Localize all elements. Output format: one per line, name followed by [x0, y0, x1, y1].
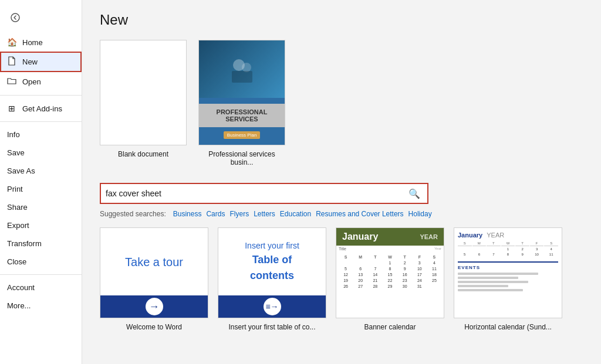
sidebar-label-save: Save [7, 148, 25, 157]
toc-line3: contents [250, 270, 294, 281]
sidebar-item-account[interactable]: Account [0, 278, 82, 297]
sidebar: 🏠 Home New Open ⊞ Get Add-ins Info Save … [0, 0, 82, 364]
prof-label: Professional services busin... [198, 150, 285, 166]
horiz-cal-events-label: EVENTS [458, 265, 558, 270]
event-line-2 [458, 277, 518, 279]
horiz-cal-events: EVENTS [458, 261, 558, 291]
template-toc[interactable]: Insert your first Table of contents ≡→ I… [218, 227, 326, 331]
svg-point-0 [11, 13, 19, 22]
horiz-cal-grid: S M T W T F S 1 2 3 4 5 [458, 241, 558, 257]
sidebar-item-addins[interactable]: ⊞ Get Add-ins [0, 99, 82, 118]
toc-text: Insert your first Table of contents [245, 240, 299, 284]
banner-cal-thumb: January YEAR TitleYear S M T W T F S [336, 227, 444, 318]
suggested-resumes[interactable]: Resumes and Cover Letters [316, 210, 403, 218]
sidebar-label-close: Close [7, 257, 26, 266]
sidebar-item-home[interactable]: 🏠 Home [0, 33, 82, 52]
event-line-1 [458, 273, 538, 275]
sidebar-label-print: Print [7, 185, 23, 193]
tour-text: Take a tour [125, 254, 183, 270]
toc-footer: ≡→ [218, 295, 326, 318]
sidebar-label-open: Open [22, 77, 41, 86]
sidebar-item-share[interactable]: Share [0, 198, 82, 216]
sidebar-label-export: Export [7, 221, 29, 230]
toc-label: Insert your first table of co... [228, 323, 315, 331]
template-horiz-cal[interactable]: January YEAR S M T W T F S 1 [454, 227, 562, 331]
sidebar-label-more: More... [7, 301, 31, 310]
sidebar-item-open[interactable]: Open [0, 72, 82, 91]
horiz-cal-thumb: January YEAR S M T W T F S 1 [454, 227, 562, 318]
sidebar-item-save-as[interactable]: Save As [0, 162, 82, 180]
toc-card-body: Insert your first Table of contents [218, 228, 326, 295]
back-button[interactable] [5, 7, 26, 28]
suggested-letters[interactable]: Letters [254, 210, 275, 218]
tour-arrow-icon: → [146, 298, 163, 315]
horiz-cal-event-lines [458, 273, 558, 291]
toc-card-bg: Insert your first Table of contents ≡→ [218, 228, 326, 318]
page-title: New [100, 12, 583, 28]
toc-line1: Insert your first [245, 241, 299, 250]
tour-footer: → [100, 295, 208, 318]
banner-cal-label: Banner calendar [364, 323, 416, 331]
tour-card-body: Take a tour [100, 228, 208, 295]
tour-label: Welcome to Word [126, 323, 182, 331]
suggested-holiday[interactable]: Holiday [408, 210, 432, 218]
banner-cal-subtitle: TitleYear [336, 246, 444, 252]
suggested-flyers[interactable]: Flyers [229, 210, 249, 218]
template-blank[interactable]: Blank document [100, 40, 187, 166]
banner-cal-grid: S M T W T F S 1 2 3 4 5 [336, 252, 444, 291]
addins-icon: ⊞ [7, 104, 16, 113]
sidebar-label-save-as: Save As [7, 166, 35, 175]
sidebar-item-export[interactable]: Export [0, 216, 82, 234]
prof-text: PROFESSIONALSERVICES [199, 104, 285, 127]
horiz-cal-year: YEAR [487, 232, 504, 239]
sidebar-label-addins: Get Add-ins [22, 104, 62, 113]
blank-thumb [100, 40, 187, 145]
prof-thumb: PROFESSIONALSERVICES Business Plan [198, 40, 285, 145]
sidebar-item-print[interactable]: Print [0, 180, 82, 198]
bottom-templates-row: Take a tour → Welcome to Word Insert you… [100, 227, 583, 331]
template-tour[interactable]: Take a tour → Welcome to Word [100, 227, 208, 331]
prof-image-area [199, 40, 285, 98]
sidebar-item-info[interactable]: Info [0, 125, 82, 144]
suggested-cards[interactable]: Cards [206, 210, 225, 218]
tour-thumb: Take a tour → [100, 227, 208, 318]
top-templates-row: Blank document PROFESSIONALSERVICES Busi… [100, 40, 583, 166]
sidebar-label-account: Account [7, 283, 35, 292]
sidebar-label-info: Info [7, 130, 20, 139]
sidebar-item-transform[interactable]: Transform [0, 234, 82, 253]
sidebar-item-close[interactable]: Close [0, 253, 82, 271]
suggested-education[interactable]: Education [280, 210, 311, 218]
sidebar-label-home: Home [22, 38, 43, 47]
svg-rect-3 [232, 71, 252, 83]
event-line-5 [458, 289, 523, 291]
sidebar-label-new: New [22, 57, 38, 66]
suggested-label: Suggested searches: [100, 210, 166, 218]
sidebar-item-new[interactable]: New [0, 52, 82, 72]
suggested-business[interactable]: Business [173, 210, 202, 218]
event-line-4 [458, 285, 508, 287]
template-prof-services[interactable]: PROFESSIONALSERVICES Business Plan Profe… [198, 40, 285, 166]
sidebar-divider-1 [0, 95, 82, 96]
toc-icon: ≡→ [264, 298, 281, 315]
template-banner-cal[interactable]: January YEAR TitleYear S M T W T F S [336, 227, 444, 331]
sidebar-divider-2 [0, 121, 82, 122]
svg-point-2 [242, 63, 251, 72]
sidebar-divider-3 [0, 274, 82, 275]
new-doc-icon [7, 56, 16, 67]
search-button[interactable]: 🔍 [406, 187, 423, 200]
suggested-searches: Suggested searches: Business Cards Flyer… [100, 210, 583, 218]
blank-label: Blank document [118, 150, 168, 158]
search-section: 🔍 Suggested searches: Business Cards Fly… [100, 183, 583, 218]
search-input[interactable] [106, 189, 406, 198]
sidebar-item-more[interactable]: More... [0, 297, 82, 315]
search-box: 🔍 [100, 183, 428, 204]
banner-cal-header: January YEAR [336, 228, 444, 246]
prof-badge: Business Plan [224, 131, 261, 139]
sidebar-label-share: Share [7, 203, 28, 212]
sidebar-item-save[interactable]: Save [0, 144, 82, 162]
banner-cal-content: January YEAR TitleYear S M T W T F S [336, 228, 444, 318]
home-icon: 🏠 [7, 38, 16, 47]
banner-cal-month: January [342, 232, 378, 242]
horiz-cal-content: January YEAR S M T W T F S 1 [454, 228, 562, 318]
event-line-3 [458, 281, 528, 283]
